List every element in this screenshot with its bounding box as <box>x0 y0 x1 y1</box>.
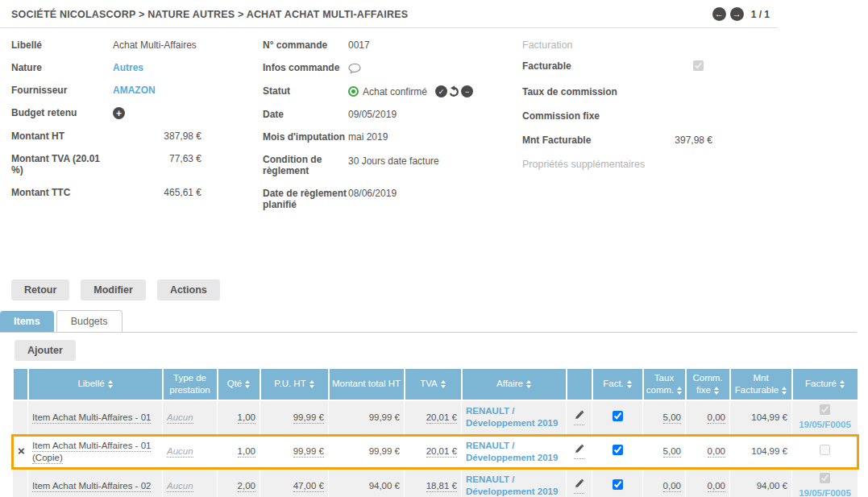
item-pu-ht-cell: 47,00 € <box>260 468 329 497</box>
column-header-fact-[interactable]: Fact. <box>592 368 643 400</box>
item-type-prestation-cell: Aucun <box>163 400 218 435</box>
item-qte[interactable]: 2,00 <box>238 481 255 492</box>
mois-imputation-label: Mois d'imputation <box>263 131 348 143</box>
edit-pencil-icon[interactable] <box>574 478 584 494</box>
nature-link[interactable]: Autres <box>113 62 143 73</box>
column-header-taux-comm-[interactable]: Taux comm. <box>643 368 686 400</box>
item-qte[interactable]: 1,00 <box>238 446 255 458</box>
item-type-prestation-cell: Aucun <box>163 468 218 497</box>
item-comm-fixe-cell: 0,00 <box>686 435 730 468</box>
item-row: ×Item Achat Multi-Affaires - 01 (Copie)A… <box>13 435 858 468</box>
confirm-check-icon[interactable]: ✓ <box>435 85 447 97</box>
item-libelle-cell: Item Achat Multi-Affaires - 02 <box>28 468 163 497</box>
modifier-button[interactable]: Modifier <box>81 280 146 300</box>
item-pu-ht[interactable]: 47,00 € <box>293 481 324 492</box>
tab-items[interactable]: Items <box>0 311 54 332</box>
column-header-mnt-facturable[interactable]: Mnt Facturable <box>730 368 792 400</box>
edit-pencil-icon[interactable] <box>574 444 584 459</box>
item-comm-fixe[interactable]: 0,00 <box>708 412 725 424</box>
next-record-icon[interactable]: → <box>730 7 744 21</box>
ajouter-button[interactable]: Ajouter <box>15 340 76 361</box>
item-type-prestation-cell: Aucun <box>163 435 218 468</box>
item-comm-fixe[interactable]: 0,00 <box>708 446 725 458</box>
field-fournisseur: Fournisseur AMAZON <box>11 85 263 96</box>
column-header-p-u-ht[interactable]: P.U. HT <box>260 368 329 400</box>
libelle-label: Libellé <box>11 39 113 51</box>
field-statut: Statut Achat confirmé ✓ − <box>263 85 522 97</box>
item-fact-cell <box>592 435 643 468</box>
row-delete-cell <box>13 468 28 497</box>
item-libelle[interactable]: Item Achat Multi-Affaires - 01 (Copie) <box>32 441 151 464</box>
item-mnt-facturable: 104,99 € <box>751 446 787 456</box>
item-tva[interactable]: 20,01 € <box>426 412 457 424</box>
item-taux-comm[interactable]: 5,00 <box>663 446 681 458</box>
item-taux-comm[interactable]: 5,00 <box>663 412 681 424</box>
item-type-prestation[interactable]: Aucun <box>167 446 193 458</box>
fact-checkbox[interactable] <box>613 411 623 421</box>
item-fact-cell <box>592 468 643 497</box>
montant-tva-label: Montant TVA (20.01 %) <box>11 153 113 176</box>
details-left-column: Libellé Achat Multi-Affaires Nature Autr… <box>11 39 263 222</box>
item-pu-ht-cell: 99,99 € <box>260 435 329 468</box>
nature-label: Nature <box>11 62 113 73</box>
item-libelle-cell: Item Achat Multi-Affaires - 01 <box>28 400 163 435</box>
item-comm-fixe[interactable]: 0,00 <box>708 481 725 492</box>
edit-pencil-icon[interactable] <box>574 410 584 425</box>
column-header-comm-fixe[interactable]: Comm. fixe <box>686 368 730 400</box>
fact-checkbox[interactable] <box>613 479 623 490</box>
cancel-minus-icon[interactable]: − <box>461 85 473 97</box>
item-pu-ht-cell: 99,99 € <box>260 400 329 435</box>
item-type-prestation[interactable]: Aucun <box>167 481 193 492</box>
item-pu-ht[interactable]: 99,99 € <box>293 412 324 424</box>
budget-retenu-label: Budget retenu <box>11 107 113 118</box>
previous-record-icon[interactable]: ← <box>712 7 726 21</box>
affaire-link[interactable]: RENAULT / Développement 2019 <box>466 406 558 428</box>
mnt-facturable-label: Mnt Facturable <box>522 135 664 146</box>
sort-icon <box>677 387 682 395</box>
fournisseur-link[interactable]: AMAZON <box>113 85 156 96</box>
field-taux-commission: Taux de commission <box>522 86 788 97</box>
facturable-checkbox <box>693 60 704 71</box>
field-date: Date 09/05/2019 <box>263 109 522 120</box>
action-buttons: Retour Modifier Actions <box>0 268 868 300</box>
speech-bubble-icon[interactable] <box>348 63 361 74</box>
column-header-factur-[interactable]: Facturé <box>792 368 858 400</box>
field-budget-retenu: Budget retenu + <box>11 107 263 119</box>
item-tva[interactable]: 18,81 € <box>426 481 457 492</box>
item-comm-fixe-cell: 0,00 <box>686 400 730 435</box>
item-tva[interactable]: 20,01 € <box>426 446 457 458</box>
item-taux-comm[interactable]: 0,00 <box>663 481 681 492</box>
affaire-link[interactable]: RENAULT / Développement 2019 <box>466 441 558 462</box>
item-fact-cell <box>592 400 643 435</box>
affaire-link[interactable]: RENAULT / Développement 2019 <box>466 474 558 496</box>
item-qte[interactable]: 1,00 <box>238 412 255 424</box>
actions-button[interactable]: Actions <box>157 280 220 300</box>
add-budget-icon[interactable]: + <box>113 107 125 119</box>
facture-checkbox <box>820 473 830 483</box>
tab-budgets[interactable]: Budgets <box>56 310 123 332</box>
sort-icon <box>108 380 113 388</box>
item-libelle[interactable]: Item Achat Multi-Affaires - 01 <box>32 412 151 424</box>
facture-ref-link[interactable]: 19/05/F0005 <box>796 487 853 497</box>
item-pu-ht[interactable]: 99,99 € <box>293 446 324 458</box>
montant-ht-value: 387,98 € <box>113 130 201 142</box>
item-montant-total-ht-cell: 94,00 € <box>329 468 405 497</box>
item-facture-cell: 19/05/F0005 <box>792 400 858 435</box>
fact-checkbox[interactable] <box>613 445 623 455</box>
sort-icon <box>441 380 446 388</box>
column-header-qt-[interactable]: Qté <box>218 368 260 400</box>
item-taux-comm-cell: 0,00 <box>643 468 686 497</box>
retour-button[interactable]: Retour <box>11 280 69 300</box>
column-header-libell-[interactable]: Libellé <box>28 368 163 400</box>
date-value: 09/05/2019 <box>348 109 397 120</box>
item-montant-total-ht: 99,99 € <box>369 446 400 456</box>
item-type-prestation[interactable]: Aucun <box>167 412 193 424</box>
item-libelle[interactable]: Item Achat Multi-Affaires - 02 <box>32 481 151 492</box>
num-commande-value: 0017 <box>348 39 370 51</box>
delete-row-icon[interactable]: × <box>18 444 25 458</box>
facture-ref-link[interactable]: 19/05/F0005 <box>796 419 853 431</box>
facture-checkbox <box>820 445 830 455</box>
column-header-affaire[interactable]: Affaire <box>462 368 567 400</box>
column-header-tva[interactable]: TVA <box>405 368 462 400</box>
undo-arrow-icon[interactable] <box>448 85 460 97</box>
